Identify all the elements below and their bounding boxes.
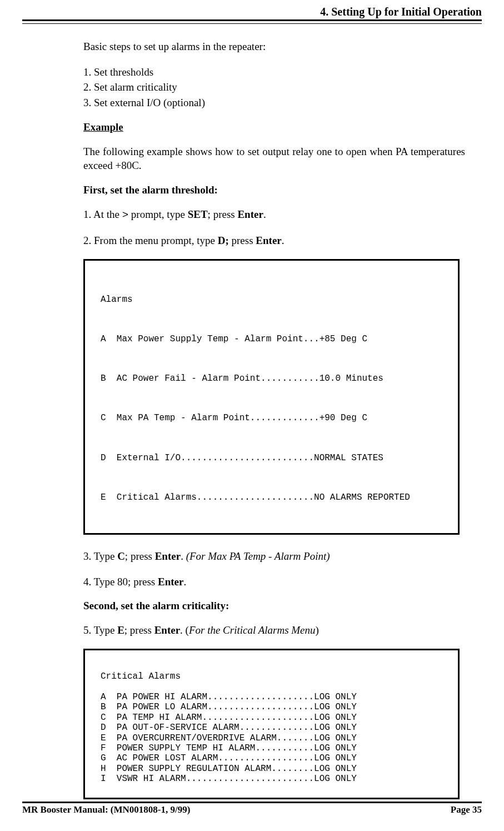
step-text: ; press: [208, 208, 238, 220]
step-text: .: [183, 576, 186, 588]
section-header: 4. Setting Up for Initial Operation: [320, 6, 482, 18]
menu-line: C PA TEMP HI ALARM.....................L…: [101, 713, 357, 723]
menu-line: I VSWR HI ALARM........................L…: [101, 774, 357, 784]
key-text: Enter: [158, 576, 183, 588]
command-text: E: [117, 624, 124, 636]
alarms-menu-box: Alarms A Max Power Supply Temp - Alarm P…: [83, 259, 460, 535]
step-text: press: [229, 235, 256, 246]
menu-line: D PA OUT-OF-SERVICE ALARM..............L…: [101, 723, 357, 733]
step-text: .: [263, 208, 266, 220]
menu-line: C Max PA Temp - Alarm Point.............…: [101, 413, 447, 423]
list-item: 3. Set external I/O (optional): [83, 96, 465, 110]
key-text: Enter: [237, 208, 263, 220]
step-note: For the Critical Alarms Menu: [189, 624, 316, 636]
step-text: . (: [180, 624, 189, 636]
basic-steps-list: 1. Set thresholds 2. Set alarm criticali…: [83, 65, 465, 110]
menu-line: F POWER SUPPLY TEMP HI ALARM...........L…: [101, 743, 357, 753]
key-text: Enter: [256, 235, 281, 246]
prompt-char: >: [122, 209, 128, 221]
example-heading: Example: [83, 121, 465, 133]
command-text: D;: [218, 235, 229, 246]
step-text: 1. At the: [83, 208, 122, 220]
list-item: 4. Type 80; press Enter.: [83, 575, 465, 589]
example-intro: The following example shows how to set o…: [83, 145, 465, 173]
step-text: 2. From the menu prompt, type: [83, 235, 218, 246]
steps-list-b: 3. Type C; press Enter. (For Max PA Temp…: [83, 549, 465, 589]
menu-line: A Max Power Supply Temp - Alarm Point...…: [101, 334, 447, 344]
menu-line: H POWER SUPPLY REGULATION ALARM........L…: [101, 764, 357, 774]
step-text: 3. Type: [83, 550, 117, 562]
intro-text: Basic steps to set up alarms in the repe…: [83, 39, 465, 54]
menu-line: B PA POWER LO ALARM....................L…: [101, 702, 357, 712]
list-item: 5. Type E; press Enter. (For the Critica…: [83, 623, 465, 638]
list-item: 1. Set thresholds: [83, 65, 465, 79]
menu-title: Critical Alarms: [101, 671, 181, 681]
menu-line: E PA OVERCURRENT/OVERDRIVE ALARM.......L…: [101, 733, 357, 743]
step-text: .: [282, 235, 285, 246]
first-heading: First, set the alarm threshold:: [83, 184, 465, 196]
command-text: SET: [188, 208, 208, 220]
step-text: 4. Type 80; press: [83, 576, 158, 588]
step-text: prompt, type: [128, 208, 188, 220]
list-item: 1. At the > prompt, type SET; press Ente…: [83, 207, 465, 223]
footer-page: Page 35: [451, 804, 482, 815]
menu-title: Alarms: [101, 295, 447, 305]
step-text: ; press: [124, 624, 154, 636]
critical-alarms-box: Critical Alarms A PA POWER HI ALARM.....…: [83, 649, 460, 799]
steps-list-c: 5. Type E; press Enter. (For the Critica…: [83, 623, 465, 638]
list-item: 2. From the menu prompt, type D; press E…: [83, 233, 465, 248]
key-text: Enter: [155, 550, 181, 562]
step-text: 5. Type: [83, 624, 117, 636]
menu-line: D External I/O.........................N…: [101, 453, 447, 463]
step-text: .: [181, 550, 186, 562]
key-text: Enter: [154, 624, 180, 636]
step-text: ; press: [125, 550, 155, 562]
list-item: 2. Set alarm criticality: [83, 80, 465, 94]
menu-line: A PA POWER HI ALARM....................L…: [101, 692, 357, 702]
steps-list-a: 1. At the > prompt, type SET; press Ente…: [83, 207, 465, 248]
menu-line: G AC POWER LOST ALARM..................L…: [101, 753, 357, 763]
list-item: 3. Type C; press Enter. (For Max PA Temp…: [83, 549, 465, 564]
footer-manual: MR Booster Manual: (MN001808-1, 9/99): [22, 804, 190, 815]
second-heading: Second, set the alarm criticality:: [83, 600, 465, 612]
menu-line: E Critical Alarms......................N…: [101, 492, 447, 502]
step-note: (For Max PA Temp - Alarm Point): [186, 550, 330, 562]
menu-line: B AC Power Fail - Alarm Point...........…: [101, 374, 447, 384]
command-text: C: [117, 550, 125, 562]
step-text: ): [316, 624, 319, 636]
